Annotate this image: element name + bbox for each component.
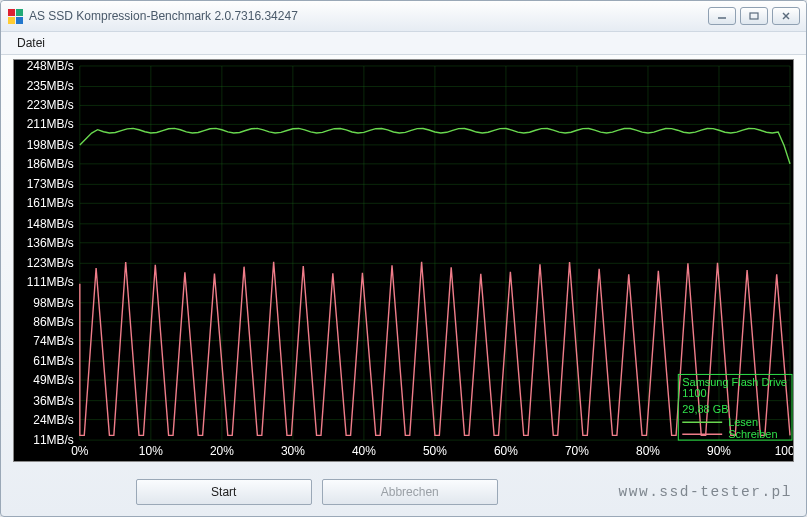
svg-text:74MB/s: 74MB/s: [33, 334, 74, 348]
svg-text:40%: 40%: [352, 444, 376, 458]
svg-text:136MB/s: 136MB/s: [27, 236, 74, 250]
svg-text:20%: 20%: [210, 444, 234, 458]
svg-text:211MB/s: 211MB/s: [27, 117, 74, 131]
svg-text:111MB/s: 111MB/s: [27, 275, 74, 289]
svg-text:24MB/s: 24MB/s: [33, 413, 74, 427]
svg-text:0%: 0%: [71, 444, 89, 458]
svg-text:161MB/s: 161MB/s: [27, 196, 74, 210]
app-icon: [7, 8, 23, 24]
svg-text:148MB/s: 148MB/s: [27, 217, 74, 231]
svg-text:98MB/s: 98MB/s: [33, 296, 74, 310]
legend-capacity: 29,88 GB: [682, 403, 728, 415]
x-axis-labels: 0%10%20%30%40%50%60%70%80%90%100%: [71, 444, 793, 458]
svg-text:100%: 100%: [775, 444, 793, 458]
maximize-button[interactable]: [740, 7, 768, 25]
svg-text:36MB/s: 36MB/s: [33, 394, 74, 408]
svg-text:86MB/s: 86MB/s: [33, 315, 74, 329]
svg-text:173MB/s: 173MB/s: [27, 177, 74, 191]
chart: 11MB/s24MB/s36MB/s49MB/s61MB/s74MB/s86MB…: [13, 59, 794, 462]
svg-text:198MB/s: 198MB/s: [27, 138, 74, 152]
legend: Samsung Flash Drive 1100 29,88 GB Lesen …: [678, 374, 792, 440]
legend-write: Schreiben: [728, 428, 777, 440]
menu-file[interactable]: Datei: [9, 34, 53, 52]
titlebar: AS SSD Kompression-Benchmark 2.0.7316.34…: [1, 1, 806, 32]
svg-rect-1: [750, 13, 758, 19]
svg-text:235MB/s: 235MB/s: [27, 79, 74, 93]
svg-text:70%: 70%: [565, 444, 589, 458]
svg-text:60%: 60%: [494, 444, 518, 458]
legend-read: Lesen: [728, 416, 758, 428]
footer: Start Abbrechen www.ssd-tester.pl: [1, 468, 806, 516]
window-buttons: [708, 7, 800, 25]
y-axis-labels: 11MB/s24MB/s36MB/s49MB/s61MB/s74MB/s86MB…: [27, 60, 74, 447]
close-button[interactable]: [772, 7, 800, 25]
window-title: AS SSD Kompression-Benchmark 2.0.7316.34…: [29, 9, 298, 23]
watermark: www.ssd-tester.pl: [619, 484, 792, 500]
app-window: AS SSD Kompression-Benchmark 2.0.7316.34…: [0, 0, 807, 517]
svg-text:30%: 30%: [281, 444, 305, 458]
svg-text:123MB/s: 123MB/s: [27, 256, 74, 270]
legend-device2: 1100: [682, 387, 706, 399]
start-button[interactable]: Start: [136, 479, 312, 505]
svg-text:186MB/s: 186MB/s: [27, 157, 74, 171]
svg-text:50%: 50%: [423, 444, 447, 458]
svg-text:11MB/s: 11MB/s: [33, 433, 74, 447]
svg-text:223MB/s: 223MB/s: [27, 98, 74, 112]
svg-text:49MB/s: 49MB/s: [33, 373, 74, 387]
svg-text:80%: 80%: [636, 444, 660, 458]
svg-text:61MB/s: 61MB/s: [33, 354, 74, 368]
cancel-button[interactable]: Abbrechen: [322, 479, 498, 505]
minimize-button[interactable]: [708, 7, 736, 25]
svg-text:10%: 10%: [139, 444, 163, 458]
svg-text:90%: 90%: [707, 444, 731, 458]
svg-text:248MB/s: 248MB/s: [27, 60, 74, 73]
menubar: Datei: [1, 32, 806, 55]
